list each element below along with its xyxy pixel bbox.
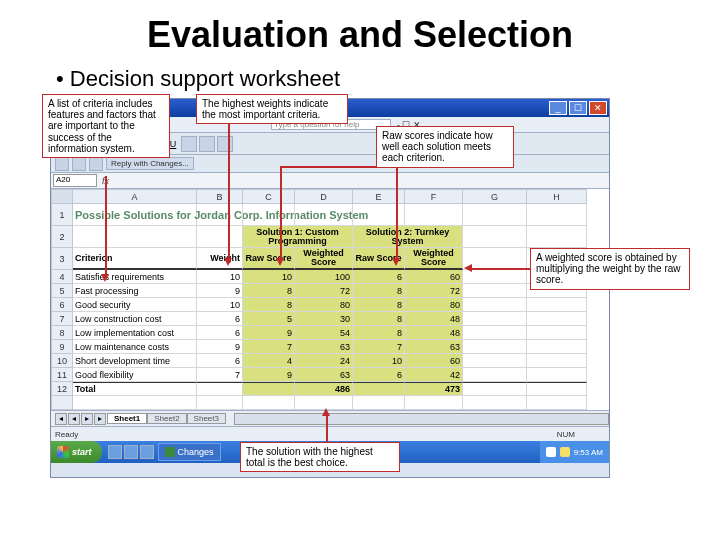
tab-sheet2[interactable]: Sheet2 (147, 413, 186, 424)
ql-icon[interactable] (124, 445, 138, 459)
weight-cell[interactable]: 10 (197, 298, 243, 312)
cell[interactable] (527, 204, 587, 226)
weighted-score-header-1[interactable]: Weighted Score (295, 248, 353, 270)
cell[interactable] (463, 382, 527, 396)
row-header[interactable]: 1 (51, 204, 73, 226)
raw-score-cell[interactable]: 9 (243, 368, 295, 382)
criterion-header[interactable]: Criterion (73, 248, 197, 270)
raw-score-cell[interactable]: 8 (353, 326, 405, 340)
cell[interactable] (527, 340, 587, 354)
raw-score-cell[interactable]: 6 (353, 368, 405, 382)
weight-cell[interactable]: 9 (197, 284, 243, 298)
tray-icon[interactable] (560, 447, 570, 457)
cell[interactable] (197, 204, 243, 226)
col-header-b[interactable]: B (197, 189, 243, 204)
align-right-icon[interactable] (217, 136, 233, 152)
cell[interactable] (243, 204, 295, 226)
weighted-score-cell[interactable]: 30 (295, 312, 353, 326)
raw-score-cell[interactable]: 9 (243, 326, 295, 340)
cell[interactable] (463, 248, 527, 270)
raw-score-cell[interactable]: 8 (353, 312, 405, 326)
weight-cell[interactable]: 6 (197, 312, 243, 326)
row-header[interactable]: 2 (51, 226, 73, 248)
maximize-button[interactable]: ☐ (569, 101, 587, 115)
cell[interactable] (527, 382, 587, 396)
review-icon[interactable] (55, 157, 69, 171)
criterion-cell[interactable]: Low construction cost (73, 312, 197, 326)
close-button[interactable]: ✕ (589, 101, 607, 115)
weighted-score-header-2[interactable]: Weighted Score (405, 248, 463, 270)
weighted-score-cell[interactable]: 60 (405, 270, 463, 284)
cell[interactable] (463, 396, 527, 410)
criterion-cell[interactable]: Low implementation cost (73, 326, 197, 340)
raw-score-cell[interactable]: 4 (243, 354, 295, 368)
weighted-score-cell[interactable]: 80 (295, 298, 353, 312)
cell[interactable] (527, 354, 587, 368)
tab-nav-first[interactable]: ◂ (55, 413, 67, 425)
cell[interactable] (527, 226, 587, 248)
ql-icon[interactable] (140, 445, 154, 459)
cell[interactable] (405, 396, 463, 410)
row-header[interactable]: 7 (51, 312, 73, 326)
weighted-score-cell[interactable]: 63 (405, 340, 463, 354)
cell[interactable] (463, 326, 527, 340)
weighted-score-cell[interactable]: 60 (405, 354, 463, 368)
row-header[interactable]: 6 (51, 298, 73, 312)
tab-sheet1[interactable]: Sheet1 (107, 413, 147, 424)
cell[interactable] (73, 396, 197, 410)
cell[interactable] (463, 204, 527, 226)
raw-score-cell[interactable]: 10 (243, 270, 295, 284)
weighted-score-cell[interactable]: 24 (295, 354, 353, 368)
raw-score-cell[interactable]: 8 (243, 298, 295, 312)
cell[interactable] (353, 382, 405, 396)
tab-nav-prev[interactable]: ◂ (68, 413, 80, 425)
solution2-header[interactable]: Solution 2: Turnkey System (353, 226, 463, 248)
cell[interactable] (527, 312, 587, 326)
weighted-score-cell[interactable]: 72 (405, 284, 463, 298)
weight-header[interactable]: Weight (197, 248, 243, 270)
cell[interactable] (527, 368, 587, 382)
weighted-score-cell[interactable]: 54 (295, 326, 353, 340)
start-button[interactable]: start (51, 441, 102, 463)
weight-cell[interactable]: 6 (197, 326, 243, 340)
review-icon3[interactable] (89, 157, 103, 171)
tab-nav-next[interactable]: ▸ (81, 413, 93, 425)
weighted-score-cell[interactable]: 100 (295, 270, 353, 284)
sheet-title-cell[interactable]: Possible Solutions for Jordan Corp. Info… (73, 204, 197, 226)
cell[interactable] (463, 354, 527, 368)
row-header[interactable]: 5 (51, 284, 73, 298)
cell[interactable] (527, 326, 587, 340)
col-header-c[interactable]: C (243, 189, 295, 204)
cell[interactable] (463, 340, 527, 354)
total-solution2[interactable]: 473 (405, 382, 463, 396)
cell[interactable] (527, 298, 587, 312)
col-header-a[interactable]: A (73, 189, 197, 204)
raw-score-cell[interactable]: 8 (243, 284, 295, 298)
taskbar-changes-button[interactable]: Changes (158, 443, 221, 461)
review-icon2[interactable] (72, 157, 86, 171)
criterion-cell[interactable]: Good security (73, 298, 197, 312)
weighted-score-cell[interactable]: 63 (295, 368, 353, 382)
cell[interactable] (197, 226, 243, 248)
select-all-corner[interactable] (51, 189, 73, 204)
total-solution1[interactable]: 486 (295, 382, 353, 396)
col-header-d[interactable]: D (295, 189, 353, 204)
raw-score-cell[interactable]: 8 (353, 298, 405, 312)
cell[interactable] (463, 298, 527, 312)
tab-nav-last[interactable]: ▸ (94, 413, 106, 425)
criterion-cell[interactable]: Good flexibility (73, 368, 197, 382)
weighted-score-cell[interactable]: 48 (405, 326, 463, 340)
name-box[interactable]: A20 (53, 174, 97, 187)
tab-sheet3[interactable]: Sheet3 (187, 413, 226, 424)
row-header[interactable]: 9 (51, 340, 73, 354)
cell[interactable] (243, 382, 295, 396)
cell[interactable] (73, 226, 197, 248)
criterion-cell[interactable]: Satisfies requirements (73, 270, 197, 284)
cell[interactable] (463, 270, 527, 284)
cell[interactable] (405, 204, 463, 226)
col-header-g[interactable]: G (463, 189, 527, 204)
tray-icon[interactable] (546, 447, 556, 457)
row-header[interactable] (51, 396, 73, 410)
criterion-cell[interactable]: Short development time (73, 354, 197, 368)
align-left-icon[interactable] (181, 136, 197, 152)
